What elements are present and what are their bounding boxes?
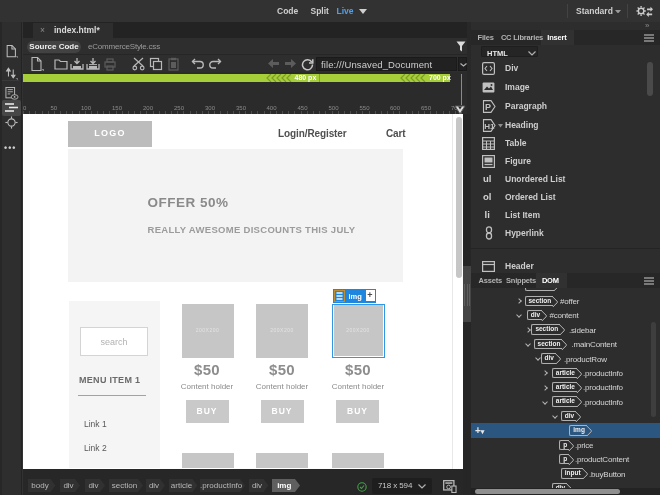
- svg-text:P: P: [485, 102, 491, 112]
- svg-text:H1: H1: [484, 121, 495, 130]
